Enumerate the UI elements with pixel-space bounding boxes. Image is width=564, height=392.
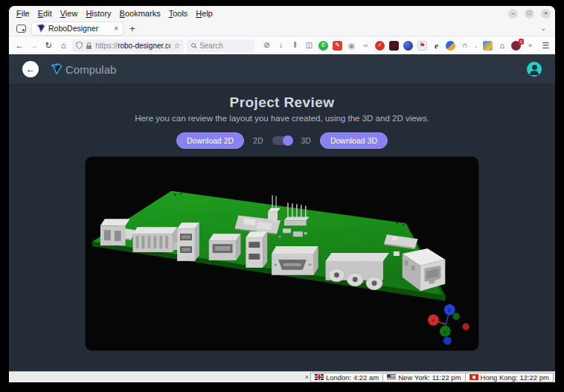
sidebar-icon[interactable]: ◫ bbox=[304, 41, 314, 51]
link-extension-icon[interactable]: ∞ bbox=[361, 41, 371, 51]
user-avatar[interactable] bbox=[527, 62, 542, 77]
home-outline-icon[interactable]: ⌂ bbox=[497, 41, 507, 51]
menu-tools[interactable]: Tools bbox=[169, 9, 188, 18]
uk-flag-icon bbox=[315, 374, 324, 380]
axis-neg-x-ball bbox=[462, 323, 470, 330]
menu-file[interactable]: File bbox=[16, 9, 30, 18]
brand-name: Compulab bbox=[65, 63, 116, 76]
clock-newyork: New York: 11:22 pm bbox=[382, 373, 465, 382]
headphones-icon[interactable]: ∩ bbox=[460, 41, 470, 51]
shield-icon[interactable] bbox=[76, 42, 83, 49]
download-icon[interactable]: ↓ bbox=[276, 41, 286, 51]
audio-jacks bbox=[326, 253, 389, 290]
search-box[interactable] bbox=[187, 39, 254, 52]
connector-large bbox=[133, 227, 182, 252]
tab-robodesigner[interactable]: RoboDesigner × bbox=[32, 22, 123, 35]
annotate-extension-icon[interactable]: ✎ bbox=[333, 41, 342, 51]
palette-extension-icon[interactable] bbox=[483, 41, 493, 51]
url-text[interactable]: https://robo-designer.com/pro bbox=[95, 42, 170, 50]
status-bar: × London: 4:22 am New York: 11:22 pm Hon… bbox=[9, 371, 555, 382]
download-3d-button[interactable]: Download 3D bbox=[320, 132, 388, 149]
menu-edit[interactable]: Edit bbox=[38, 9, 52, 18]
toolbar-extensions: ⊘ ↓ ‖ ◫ ✆ ✎ ◉ ∞ ✓ ⚑ e ∩ ⌄ ⌂ 1 » ☰ bbox=[262, 41, 551, 51]
app-header: ← Compulab bbox=[9, 54, 555, 85]
bookmark-star-icon[interactable]: ☆ bbox=[173, 42, 180, 50]
clock-london-label: London: 4:22 am bbox=[326, 373, 379, 382]
dark-extension-icon[interactable] bbox=[389, 41, 399, 51]
brand-logo[interactable]: Compulab bbox=[51, 63, 116, 76]
hk-flag-icon bbox=[470, 374, 478, 380]
page-content: Project Review Here you can review the l… bbox=[9, 85, 555, 371]
e-extension-icon[interactable]: e bbox=[432, 41, 441, 51]
new-tab-button[interactable]: + bbox=[129, 23, 135, 34]
library-icon[interactable]: ‖ bbox=[290, 41, 300, 51]
clock-hongkong-label: Hong Kong: 12:22 pm bbox=[481, 373, 549, 382]
browser-window: File Edit View History Bookmarks Tools H… bbox=[9, 6, 555, 382]
menu-bookmarks[interactable]: Bookmarks bbox=[120, 9, 161, 18]
search-input[interactable] bbox=[199, 42, 250, 50]
clock-newyork-label: New York: 11:22 pm bbox=[398, 373, 461, 382]
headphones-chevron-icon[interactable]: ⌄ bbox=[474, 41, 478, 51]
checkered-flag-icon[interactable]: ⚑ bbox=[417, 41, 427, 51]
statusbar-close-icon[interactable]: × bbox=[305, 373, 309, 381]
menu-help[interactable]: Help bbox=[196, 9, 213, 18]
clock-london: London: 4:22 am bbox=[310, 373, 383, 382]
back-button[interactable]: ← bbox=[22, 61, 39, 77]
extension-badge: 1 bbox=[519, 39, 524, 45]
globe-gray-icon[interactable]: ◉ bbox=[347, 41, 356, 51]
hdmi-port bbox=[272, 246, 318, 275]
menu-history[interactable]: History bbox=[86, 9, 111, 18]
tab-favicon bbox=[36, 24, 45, 33]
minimize-button[interactable]: – bbox=[508, 9, 518, 19]
tab-bar: RoboDesigner × + ⌄ bbox=[9, 21, 555, 36]
home-icon[interactable]: ⌂ bbox=[57, 41, 69, 50]
adblock-shield-icon[interactable]: ✓ bbox=[375, 41, 385, 51]
axis-x-label: x bbox=[432, 318, 435, 323]
usb-stack-2 bbox=[246, 231, 267, 268]
3d-viewport[interactable]: x z y bbox=[85, 156, 479, 351]
navigation-bar: ← → ↻ ⌂ https://robo-designer.com/pro ☆ … bbox=[9, 36, 555, 54]
badged-extension-icon[interactable]: 1 bbox=[511, 41, 521, 51]
menu-view[interactable]: View bbox=[60, 9, 78, 18]
overflow-icon[interactable]: » bbox=[525, 41, 535, 51]
reload-icon[interactable]: ↻ bbox=[43, 41, 55, 51]
compulab-logo-icon bbox=[51, 63, 63, 75]
url-domain: robo-designer.com bbox=[118, 42, 170, 50]
clock-hongkong: Hong Kong: 12:22 pm bbox=[465, 373, 554, 382]
connector-mid bbox=[209, 234, 241, 260]
view-toggle-switch[interactable] bbox=[272, 136, 292, 145]
axis-y-label: y bbox=[443, 329, 446, 335]
swirl-extension-icon[interactable] bbox=[446, 41, 455, 51]
firefox-view-icon[interactable] bbox=[16, 25, 26, 33]
axis-neg-y-ball bbox=[452, 313, 460, 321]
toggle-label-3d: 3D bbox=[301, 136, 311, 145]
tab-close-icon[interactable]: × bbox=[114, 25, 118, 33]
lock-icon[interactable] bbox=[86, 42, 92, 50]
us-flag-icon bbox=[387, 374, 396, 380]
back-icon[interactable]: ← bbox=[13, 41, 25, 50]
download-2d-button[interactable]: Download 2D bbox=[176, 132, 244, 149]
tab-title: RoboDesigner bbox=[48, 24, 111, 33]
whatsapp-icon[interactable]: ✆ bbox=[318, 41, 328, 51]
menu-icon[interactable]: ☰ bbox=[541, 41, 551, 51]
close-button[interactable]: × bbox=[541, 9, 551, 19]
page-title: Project Review bbox=[9, 94, 555, 111]
search-icon bbox=[191, 43, 196, 48]
toggle-knob[interactable] bbox=[283, 135, 293, 146]
axis-z-label: z bbox=[448, 307, 451, 312]
globe-blue-icon[interactable] bbox=[403, 41, 413, 51]
axis-neg-z-ball bbox=[443, 337, 452, 345]
view-controls: Download 2D 2D 3D Download 3D bbox=[9, 132, 555, 149]
pcb-3d-render: x z y bbox=[86, 157, 478, 350]
toggle-label-2d: 2D bbox=[253, 136, 263, 145]
usb-stack-1 bbox=[177, 222, 199, 261]
url-scheme: https:// bbox=[95, 42, 118, 50]
menu-bar: File Edit View History Bookmarks Tools H… bbox=[9, 6, 555, 21]
page-subtitle: Here you can review the layout you have … bbox=[9, 114, 555, 123]
axes-gizmo[interactable]: x z y bbox=[428, 304, 470, 345]
pocket-icon[interactable]: ⊘ bbox=[262, 41, 272, 51]
url-bar[interactable]: https://robo-designer.com/pro ☆ bbox=[72, 39, 184, 52]
desktop-background: File Edit View History Bookmarks Tools H… bbox=[0, 0, 564, 392]
tab-list-chevron-icon[interactable]: ⌄ bbox=[540, 25, 546, 32]
maximize-button[interactable]: □ bbox=[525, 9, 534, 19]
